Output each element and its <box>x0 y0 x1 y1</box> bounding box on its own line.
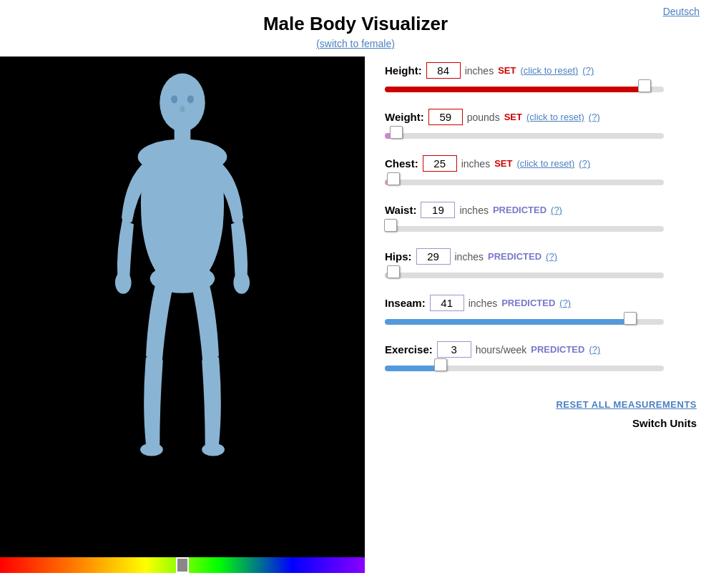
height-help-link[interactable]: (?) <box>582 65 594 76</box>
svg-point-0 <box>160 74 205 132</box>
svg-point-8 <box>171 95 177 103</box>
hips-row: Hips: inches PREDICTED (?) <box>385 248 697 282</box>
weight-slider-track <box>385 133 664 139</box>
waist-row: Waist: inches PREDICTED (?) <box>385 202 697 235</box>
color-bar-thumb[interactable] <box>176 557 189 573</box>
chest-row: Chest: inches SET (click to reset) (?) <box>385 155 697 189</box>
waist-unit: inches <box>459 205 488 216</box>
height-slider-track <box>385 87 664 92</box>
inseam-label: Inseam: <box>385 297 426 309</box>
svg-point-4 <box>115 271 132 294</box>
waist-input[interactable] <box>421 202 455 218</box>
exercise-help-link[interactable]: (?) <box>589 344 600 355</box>
waist-slider[interactable] <box>385 222 664 235</box>
waist-help-link[interactable]: (?) <box>551 205 562 215</box>
weight-reset-link[interactable]: (click to reset) <box>526 112 584 122</box>
exercise-slider-thumb[interactable] <box>434 358 447 371</box>
waist-status: PREDICTED <box>493 205 546 215</box>
chest-slider[interactable] <box>385 176 664 189</box>
chest-slider-track <box>385 180 664 185</box>
exercise-unit: hours/week <box>476 344 527 356</box>
height-row: Height: inches SET (click to reset) (?) <box>385 62 697 96</box>
waist-label: Waist: <box>385 204 416 216</box>
exercise-status: PREDICTED <box>531 344 584 355</box>
hips-slider[interactable] <box>385 269 664 282</box>
chest-label: Chest: <box>385 157 418 170</box>
hips-slider-thumb[interactable] <box>387 265 400 278</box>
body-figure <box>0 57 365 557</box>
chest-unit: inches <box>461 158 490 170</box>
svg-point-5 <box>233 271 250 294</box>
controls-panel: Height: inches SET (click to reset) (?) … <box>365 57 711 573</box>
svg-point-10 <box>180 106 185 112</box>
page-title: Male Body Visualizer <box>0 13 711 35</box>
chest-slider-thumb[interactable] <box>387 172 400 185</box>
exercise-slider-fill <box>385 366 441 371</box>
height-reset-link[interactable]: (click to reset) <box>520 65 578 76</box>
inseam-input[interactable] <box>430 295 464 311</box>
hips-status: PREDICTED <box>488 251 541 262</box>
height-status: SET <box>498 65 516 76</box>
exercise-row: Exercise: hours/week PREDICTED (?) <box>385 341 697 375</box>
height-slider[interactable] <box>385 83 664 96</box>
exercise-slider-track <box>385 366 664 371</box>
height-input[interactable] <box>426 62 461 79</box>
chest-help-link[interactable]: (?) <box>579 158 590 169</box>
weight-slider[interactable] <box>385 129 664 142</box>
weight-input[interactable] <box>428 109 463 125</box>
weight-row: Weight: pounds SET (click to reset) (?) <box>385 109 697 142</box>
weight-help-link[interactable]: (?) <box>589 112 600 122</box>
bottom-buttons: RESET ALL MEASUREMENTS Switch Units <box>385 399 697 429</box>
inseam-slider-thumb[interactable] <box>624 312 637 325</box>
height-unit: inches <box>465 65 494 77</box>
inseam-slider-fill <box>385 319 630 325</box>
inseam-row: Inseam: inches PREDICTED (?) <box>385 295 697 328</box>
height-label: Height: <box>385 64 422 77</box>
svg-point-7 <box>202 443 225 456</box>
weight-label: Weight: <box>385 111 424 123</box>
waist-slider-track <box>385 226 664 232</box>
inseam-slider[interactable] <box>385 315 664 328</box>
inseam-status: PREDICTED <box>501 298 555 308</box>
hips-help-link[interactable]: (?) <box>546 251 557 262</box>
chest-status: SET <box>494 158 512 169</box>
switch-units-button[interactable]: Switch Units <box>632 417 697 429</box>
inseam-unit: inches <box>469 298 497 309</box>
visualizer-panel <box>0 57 365 573</box>
weight-status: SET <box>504 112 522 122</box>
height-slider-fill <box>385 87 644 92</box>
svg-point-9 <box>187 95 194 103</box>
color-gradient-bar[interactable] <box>0 557 365 573</box>
hips-input[interactable] <box>416 248 451 265</box>
chest-reset-link[interactable]: (click to reset) <box>516 158 574 169</box>
svg-point-6 <box>140 443 163 456</box>
hips-slider-track <box>385 273 664 278</box>
weight-unit: pounds <box>467 112 500 123</box>
reset-all-button[interactable]: RESET ALL MEASUREMENTS <box>556 399 697 410</box>
exercise-slider[interactable] <box>385 362 664 375</box>
inseam-help-link[interactable]: (?) <box>559 298 571 308</box>
waist-slider-thumb[interactable] <box>384 219 397 232</box>
main-container: Height: inches SET (click to reset) (?) … <box>0 57 711 573</box>
inseam-slider-track <box>385 319 664 325</box>
switch-gender-link[interactable]: (switch to female) <box>0 38 711 49</box>
exercise-input[interactable] <box>437 341 471 358</box>
hips-unit: inches <box>455 251 484 263</box>
hips-label: Hips: <box>385 250 412 263</box>
height-slider-thumb[interactable] <box>638 79 651 92</box>
exercise-label: Exercise: <box>385 343 433 356</box>
weight-slider-thumb[interactable] <box>390 126 403 139</box>
language-selector[interactable]: Deutsch <box>663 6 700 17</box>
body-model-svg <box>68 64 297 550</box>
chest-input[interactable] <box>423 155 457 172</box>
